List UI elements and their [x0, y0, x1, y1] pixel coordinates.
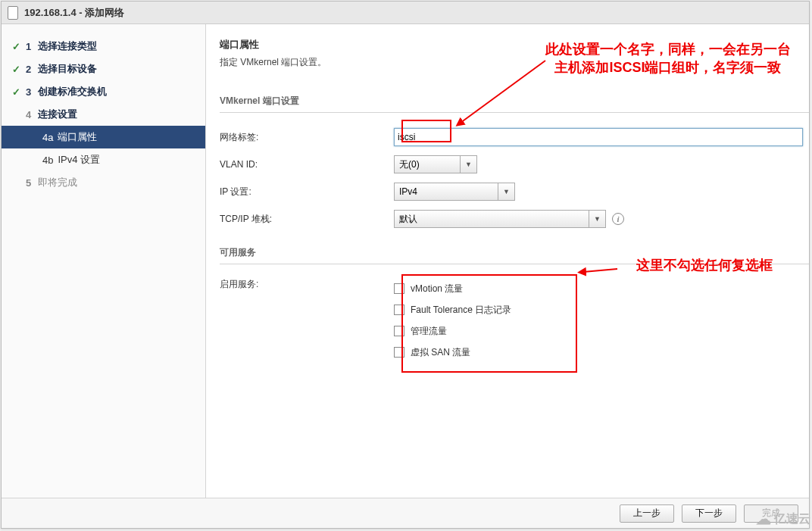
- label-network-label: 网络标签:: [220, 131, 394, 144]
- info-icon[interactable]: i: [612, 213, 624, 225]
- row-network-label: 网络标签:: [220, 123, 809, 151]
- annotation-text-2: 这里不勾选任何复选框: [614, 256, 795, 274]
- step-1[interactable]: 1选择连接类型: [2, 35, 205, 58]
- chevron-down-icon: ▼: [460, 156, 472, 173]
- next-button[interactable]: 下一步: [682, 504, 736, 523]
- ip-select[interactable]: IPv4▼: [394, 183, 515, 201]
- back-button[interactable]: 上一步: [620, 504, 674, 523]
- row-vlan: VLAN ID: 无(0)▼: [220, 151, 809, 178]
- label-vlan: VLAN ID:: [220, 159, 394, 170]
- network-label-input[interactable]: [394, 128, 803, 146]
- wizard-footer: 上一步 下一步 完成: [2, 498, 809, 528]
- service-ft: Fault Tolerance 日志记录: [394, 299, 511, 320]
- service-mgmt: 管理流量: [394, 320, 511, 342]
- step-5[interactable]: 5即将完成: [2, 171, 205, 194]
- step-3[interactable]: 3创建标准交换机: [2, 80, 205, 103]
- row-ip: IP 设置: IPv4▼: [220, 178, 809, 205]
- service-vsan: 虚拟 SAN 流量: [394, 342, 511, 363]
- label-ip: IP 设置:: [220, 186, 394, 198]
- host-icon: [8, 6, 18, 20]
- cloud-icon: ☁: [756, 510, 771, 528]
- substep-4b[interactable]: 4bIPv4 设置: [2, 148, 205, 171]
- checkbox-vmotion[interactable]: [394, 283, 404, 294]
- chevron-down-icon: ▼: [498, 183, 510, 200]
- titlebar-text: 192.168.1.4 - 添加网络: [24, 6, 124, 20]
- titlebar: 192.168.1.4 - 添加网络: [2, 2, 809, 24]
- row-services: 启用服务: vMotion 流量 Fault Tolerance 日志记录 管理…: [220, 275, 809, 363]
- tcpip-select[interactable]: 默认▼: [394, 210, 606, 228]
- label-tcpip: TCP/IP 堆栈:: [220, 213, 394, 226]
- service-vmotion: vMotion 流量: [394, 278, 511, 299]
- substep-4a[interactable]: 4a端口属性: [2, 126, 205, 148]
- checkbox-ft[interactable]: [394, 305, 404, 315]
- checkbox-mgmt[interactable]: [394, 326, 404, 336]
- chevron-down-icon: ▼: [589, 211, 601, 227]
- checkbox-vsan[interactable]: [394, 347, 404, 358]
- annotation-text-1: 此处设置一个名字，同样，一会在另一台主机添加ISCSI端口组时，名字须一致: [539, 40, 797, 77]
- group-vmkernel: VMkernel 端口设置: [220, 95, 809, 113]
- step-2[interactable]: 2选择目标设备: [2, 58, 205, 80]
- wizard-sidebar: 1选择连接类型 2选择目标设备 3创建标准交换机 4连接设置 4a端口属性 4b…: [2, 24, 206, 498]
- row-tcpip: TCP/IP 堆栈: 默认▼ i: [220, 205, 809, 233]
- services-checkbox-group: vMotion 流量 Fault Tolerance 日志记录 管理流量 虚拟 …: [394, 278, 511, 363]
- label-services: 启用服务:: [220, 278, 394, 291]
- watermark: ☁亿速云: [756, 510, 810, 528]
- step-4[interactable]: 4连接设置: [2, 103, 205, 126]
- vlan-select[interactable]: 无(0)▼: [394, 155, 477, 173]
